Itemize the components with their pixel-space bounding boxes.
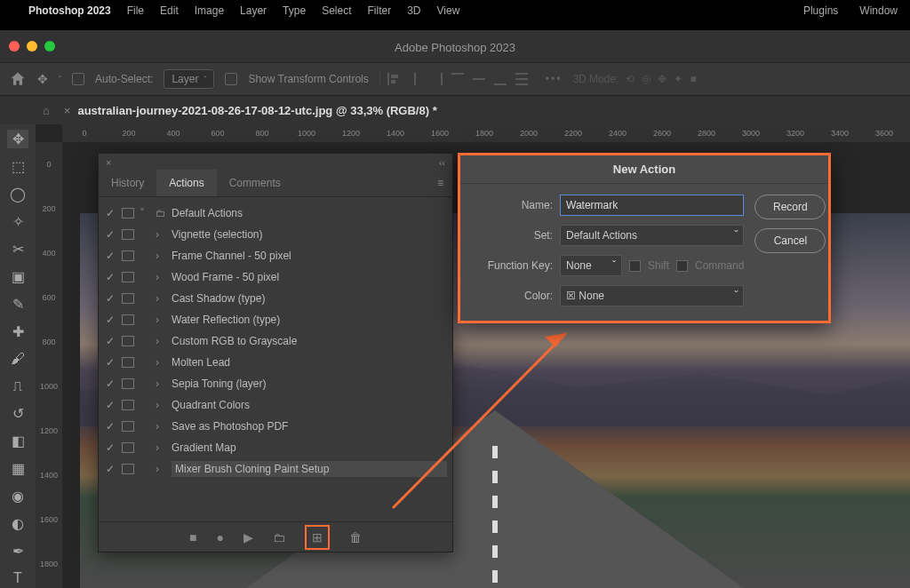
toggle-icon[interactable]: ✓ xyxy=(104,441,116,454)
toggle-icon[interactable]: ✓ xyxy=(104,399,116,411)
menu-view[interactable]: View xyxy=(437,4,460,17)
eraser-tool[interactable]: ◧ xyxy=(7,432,28,450)
toggle-icon[interactable]: ✓ xyxy=(104,292,116,305)
toggle-icon[interactable]: ✓ xyxy=(104,463,116,475)
eyedropper-tool[interactable]: ✎ xyxy=(7,295,28,314)
toggle-icon[interactable]: ✓ xyxy=(104,228,116,241)
disclosure-icon[interactable]: › xyxy=(156,250,166,262)
dialog-toggle-icon[interactable] xyxy=(122,421,134,432)
brush-tool[interactable]: 🖌 xyxy=(7,350,28,369)
align-top-icon[interactable] xyxy=(450,71,466,87)
action-row[interactable]: ✓›Vignette (selection) xyxy=(99,224,452,245)
gradient-tool[interactable]: ▦ xyxy=(7,459,28,478)
record-button[interactable]: Record xyxy=(754,195,826,219)
action-row[interactable]: ✓›Water Reflection (type) xyxy=(99,309,452,330)
home-tab-icon[interactable]: ⌂ xyxy=(43,104,50,117)
color-select[interactable]: ☒ None ˇ xyxy=(560,285,744,306)
dialog-toggle-icon[interactable] xyxy=(122,378,134,389)
align-center-h-icon[interactable] xyxy=(407,71,423,87)
ruler-vertical[interactable]: 020040060080010001200140016001800 xyxy=(36,142,62,588)
ruler-horizontal[interactable]: 0200400600800100012001400160018002000220… xyxy=(62,124,910,142)
new-set-icon[interactable]: 🗀 xyxy=(273,530,285,544)
new-action-icon[interactable]: ⊞ xyxy=(305,525,330,550)
delete-icon[interactable]: 🗑 xyxy=(349,530,362,544)
action-row[interactable]: ✓›Gradient Map xyxy=(99,437,452,458)
shift-checkbox[interactable] xyxy=(629,260,641,272)
action-row[interactable]: ✓›Frame Channel - 50 pixel xyxy=(99,245,452,266)
marquee-tool[interactable]: ⬚ xyxy=(7,157,28,176)
dialog-toggle-icon[interactable] xyxy=(122,464,134,474)
action-row[interactable]: ✓›Cast Shadow (type) xyxy=(99,288,452,309)
chevron-down-icon[interactable]: ˇ xyxy=(59,75,61,83)
toggle-icon[interactable]: ✓ xyxy=(104,271,116,283)
menu-edit[interactable]: Edit xyxy=(160,4,179,17)
collapse-panel-icon[interactable]: ‹‹ xyxy=(439,157,445,168)
disclosure-icon[interactable]: › xyxy=(156,228,166,241)
align-right-icon[interactable] xyxy=(428,71,444,87)
dialog-toggle-icon[interactable] xyxy=(122,442,134,453)
healing-tool[interactable]: ✚ xyxy=(7,322,28,341)
disclosure-icon[interactable]: › xyxy=(156,420,166,433)
dodge-tool[interactable]: ◐ xyxy=(7,514,28,533)
function-key-select[interactable]: None ˇ xyxy=(560,255,622,276)
action-row[interactable]: ✓›Mixer Brush Cloning Paint Setup xyxy=(99,458,452,480)
show-transform-checkbox[interactable] xyxy=(225,73,237,85)
quick-select-tool[interactable]: ✧ xyxy=(7,212,28,231)
document-tab[interactable]: ⌂ × australian-journey-2021-08-26-17-08-… xyxy=(43,96,437,124)
name-input[interactable] xyxy=(560,195,744,216)
more-options-icon[interactable]: ••• xyxy=(546,73,563,85)
menu-image[interactable]: Image xyxy=(195,4,224,17)
close-panel-icon[interactable]: × xyxy=(106,157,111,168)
action-row[interactable]: ✓›Sepia Toning (layer) xyxy=(99,373,452,394)
disclosure-icon[interactable]: › xyxy=(156,271,166,283)
type-tool[interactable]: T xyxy=(7,569,28,588)
toggle-icon[interactable]: ✓ xyxy=(104,207,116,219)
set-select[interactable]: Default Actions ˇ xyxy=(560,225,744,246)
home-icon[interactable] xyxy=(9,70,27,88)
cancel-button[interactable]: Cancel xyxy=(754,228,826,253)
toggle-icon[interactable]: ✓ xyxy=(104,314,116,326)
3d-roll-icon[interactable]: ◎ xyxy=(642,73,651,85)
3d-pan-icon[interactable]: ✥ xyxy=(658,73,667,85)
dialog-toggle-icon[interactable] xyxy=(122,336,134,346)
lasso-tool[interactable]: ◯ xyxy=(7,185,28,203)
action-row[interactable]: ✓›Molten Lead xyxy=(99,352,452,373)
menu-3d[interactable]: 3D xyxy=(407,4,420,17)
3d-orbit-icon[interactable]: ⟲ xyxy=(626,73,635,85)
frame-tool[interactable]: ▣ xyxy=(7,267,28,286)
stamp-tool[interactable]: ⎍ xyxy=(7,377,28,395)
dialog-toggle-icon[interactable] xyxy=(122,272,134,282)
menu-select[interactable]: Select xyxy=(322,4,351,17)
tab-comments[interactable]: Comments xyxy=(217,170,293,196)
pen-tool[interactable]: ✒ xyxy=(7,542,28,560)
disclosure-icon[interactable]: › xyxy=(156,292,166,305)
align-center-v-icon[interactable] xyxy=(471,71,487,87)
dialog-toggle-icon[interactable] xyxy=(122,208,134,219)
dialog-toggle-icon[interactable] xyxy=(122,400,134,410)
dialog-toggle-icon[interactable] xyxy=(122,229,134,240)
dialog-toggle-icon[interactable] xyxy=(122,314,134,325)
action-row[interactable]: ✓˅🗀Default Actions xyxy=(99,203,452,224)
disclosure-icon[interactable]: › xyxy=(156,377,166,390)
disclosure-icon[interactable]: › xyxy=(156,335,166,347)
menu-file[interactable]: File xyxy=(127,4,144,17)
disclosure-icon[interactable]: › xyxy=(156,463,166,475)
3d-slide-icon[interactable]: ✦ xyxy=(674,73,682,85)
disclosure-icon[interactable]: › xyxy=(156,441,166,454)
action-row[interactable]: ✓›Quadrant Colors xyxy=(99,394,452,416)
disclosure-icon[interactable]: › xyxy=(156,399,166,411)
move-tool[interactable]: ✥ xyxy=(7,130,28,148)
toggle-icon[interactable]: ✓ xyxy=(104,250,116,262)
play-icon[interactable]: ▶ xyxy=(243,530,253,544)
toggle-icon[interactable]: ✓ xyxy=(104,377,116,390)
command-checkbox[interactable] xyxy=(676,260,688,272)
history-brush-tool[interactable]: ↺ xyxy=(7,404,28,423)
close-tab-icon[interactable]: × xyxy=(64,104,71,117)
move-tool-icon[interactable]: ✥ xyxy=(37,72,48,86)
3d-camera-icon[interactable]: ■ xyxy=(690,73,696,85)
auto-select-target[interactable]: Layer ˇ xyxy=(164,69,214,89)
blur-tool[interactable]: ◉ xyxy=(7,487,28,505)
tab-history[interactable]: History xyxy=(99,170,156,196)
record-icon[interactable]: ● xyxy=(217,530,224,544)
dialog-toggle-icon[interactable] xyxy=(122,293,134,304)
